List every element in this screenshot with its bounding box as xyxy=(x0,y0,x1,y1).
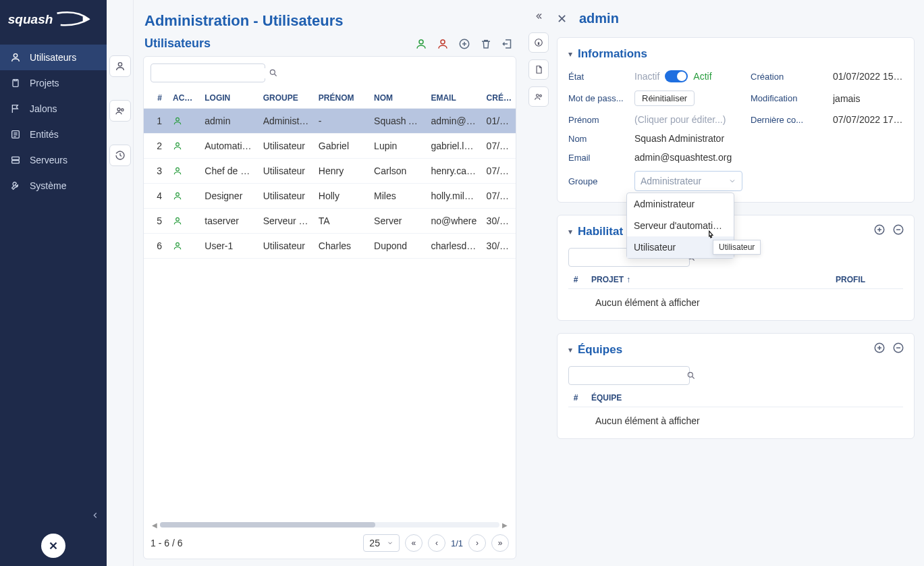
page-size-select[interactable]: 25 xyxy=(363,534,400,552)
row-num: 3 xyxy=(144,159,169,184)
row-cree: 30/09, xyxy=(483,234,516,259)
etat-value: Inactif Actif xyxy=(634,70,742,82)
col-actif[interactable]: ACTIF xyxy=(169,88,200,109)
row-groupe: Utilisateur xyxy=(259,184,315,209)
col-prenom[interactable]: PRÉNOM xyxy=(315,88,370,109)
nom-value[interactable]: Squash Administrator xyxy=(634,133,742,144)
row-prenom: Holly xyxy=(315,184,370,209)
remove-habilitation-icon[interactable] xyxy=(892,224,904,236)
table-row[interactable]: 5taserverServeur d'a...TAServerno@where3… xyxy=(144,209,516,234)
detail-teams-tab[interactable] xyxy=(528,86,549,107)
section-title: Utilisateurs xyxy=(144,36,211,51)
col-login[interactable]: LOGIN xyxy=(200,88,259,109)
prev-page-button[interactable]: ‹ xyxy=(428,534,445,552)
strip-teams-button[interactable] xyxy=(109,100,131,122)
nav-systeme[interactable]: Système xyxy=(0,173,107,199)
trash-icon[interactable] xyxy=(480,38,492,50)
dropdown-option[interactable]: Serveur d'automatisati... xyxy=(627,215,734,236)
teams-panel: ▾ Équipes # ÉQUIPE Aucun élément à affic… xyxy=(557,333,915,439)
nav: Utilisateurs Projets Jalons Entités Serv… xyxy=(0,45,107,505)
groupe-select[interactable]: Administrateur xyxy=(634,171,742,191)
nav-utilisateurs[interactable]: Utilisateurs xyxy=(0,45,107,70)
info-panel: ▾ Informations État Inactif Actif Créati… xyxy=(557,37,915,203)
scroll-left-icon[interactable]: ◀ xyxy=(151,521,159,529)
chevron-down-icon[interactable]: ▾ xyxy=(568,345,572,355)
grid-search-input[interactable] xyxy=(155,68,269,78)
row-cree: 07/07, xyxy=(483,184,516,209)
row-login: admin xyxy=(200,109,259,134)
row-cree: 07/07, xyxy=(483,134,516,159)
row-groupe: Administra... xyxy=(259,109,315,134)
close-app-button[interactable] xyxy=(41,534,65,558)
table-row[interactable]: 1adminAdministra...-Squash Adm...admin@s… xyxy=(144,109,516,134)
last-connection-label: Dernière co... xyxy=(751,115,825,125)
search-icon[interactable] xyxy=(686,371,696,380)
nav-jalons[interactable]: Jalons xyxy=(0,96,107,122)
collapse-sidebar-button[interactable] xyxy=(0,505,107,525)
first-page-button[interactable]: « xyxy=(405,534,423,552)
reset-password-button[interactable]: Réinitialiser xyxy=(634,91,695,106)
grid-header-row: # ACTIF LOGIN GROUPE PRÉNOM NOM EMAIL CR… xyxy=(144,88,516,109)
table-row[interactable]: 4DesignerUtilisateurHollyMilesholly.mile… xyxy=(144,184,516,209)
add-inactive-user-icon[interactable] xyxy=(437,38,449,50)
row-actif xyxy=(169,134,200,159)
search-icon[interactable] xyxy=(269,68,278,78)
row-actif xyxy=(169,234,200,259)
page-indicator: 1/1 xyxy=(451,538,463,548)
row-actif xyxy=(169,184,200,209)
table-row[interactable]: 6User-1UtilisateurCharlesDupondcharlesdu… xyxy=(144,234,516,259)
next-page-button[interactable]: › xyxy=(468,534,486,552)
col-num[interactable]: # xyxy=(144,88,169,109)
clipboard-icon xyxy=(9,77,22,89)
row-cree: 01/07, xyxy=(483,109,516,134)
server-icon xyxy=(9,154,22,166)
detail-info-tab[interactable] xyxy=(528,32,549,53)
row-email: henry.carlso... xyxy=(427,159,482,184)
active-toggle[interactable] xyxy=(665,70,688,82)
svg-point-11 xyxy=(441,40,445,44)
detail-doc-tab[interactable] xyxy=(528,59,549,80)
export-icon[interactable] xyxy=(501,38,514,50)
strip-users-button[interactable] xyxy=(109,55,131,77)
nav-entites[interactable]: Entités xyxy=(0,122,107,147)
horizontal-scrollbar[interactable]: ◀ ▶ xyxy=(151,521,509,529)
brand-logo: squash xyxy=(0,0,107,41)
collapse-detail-button[interactable] xyxy=(528,7,549,26)
grid-search[interactable] xyxy=(151,63,265,82)
strip-history-button[interactable] xyxy=(109,145,131,166)
svg-point-19 xyxy=(176,242,180,246)
table-row[interactable]: 3Chef de projetUtilisateurHenryCarlsonhe… xyxy=(144,159,516,184)
last-page-button[interactable]: » xyxy=(491,534,509,552)
svg-point-16 xyxy=(176,168,180,171)
chevron-down-icon[interactable]: ▾ xyxy=(568,227,572,236)
row-email: gabriel.lupin... xyxy=(427,134,482,159)
col-groupe[interactable]: GROUPE xyxy=(259,88,315,109)
col-nom[interactable]: NOM xyxy=(370,88,427,109)
add-icon[interactable] xyxy=(458,38,470,50)
pagination: 25 « ‹ 1/1 › » xyxy=(363,534,509,552)
teams-search[interactable] xyxy=(568,366,690,385)
nav-label: Jalons xyxy=(30,103,57,114)
remove-team-icon[interactable] xyxy=(892,342,904,354)
table-row[interactable]: 2AutomaticienUtilisateurGabrielLupingabr… xyxy=(144,134,516,159)
svg-text:squash: squash xyxy=(8,12,53,26)
add-habilitation-icon[interactable] xyxy=(873,224,886,236)
col-email[interactable]: EMAIL xyxy=(427,88,482,109)
email-value[interactable]: admin@squashtest.org xyxy=(634,152,742,163)
add-active-user-icon[interactable] xyxy=(415,38,427,50)
row-groupe: Utilisateur xyxy=(259,159,315,184)
users-grid: # ACTIF LOGIN GROUPE PRÉNOM NOM EMAIL CR… xyxy=(144,88,516,521)
grid-range: 1 - 6 / 6 xyxy=(151,538,182,548)
row-login: taserver xyxy=(200,209,259,234)
teams-search-input[interactable] xyxy=(573,371,686,381)
prenom-value[interactable]: (Cliquer pour éditer...) xyxy=(634,114,742,125)
add-team-icon[interactable] xyxy=(873,342,886,354)
scroll-right-icon[interactable]: ▶ xyxy=(501,521,509,529)
nav-projets[interactable]: Projets xyxy=(0,70,107,96)
chevron-down-icon[interactable]: ▾ xyxy=(568,49,572,59)
row-actif xyxy=(169,209,200,234)
close-detail-button[interactable]: ✕ xyxy=(557,11,567,26)
col-cree[interactable]: CRÉÉ L xyxy=(483,88,516,109)
nav-serveurs[interactable]: Serveurs xyxy=(0,147,107,173)
dropdown-option[interactable]: Administrateur xyxy=(627,193,734,215)
